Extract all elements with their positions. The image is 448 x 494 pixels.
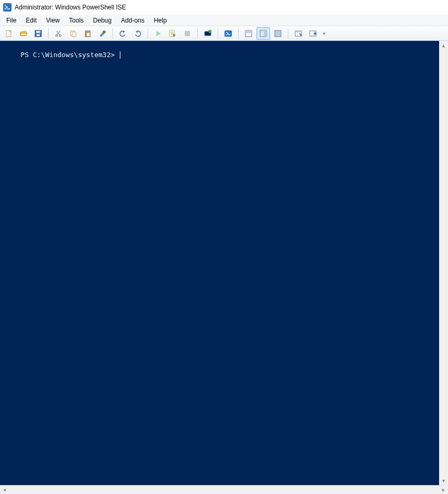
text-cursor — [120, 51, 120, 59]
menu-debug[interactable]: Debug — [89, 16, 116, 25]
show-command-window-button[interactable] — [292, 27, 305, 40]
menubar: File Edit View Tools Debug Add-ons Help — [0, 15, 448, 26]
clear-console-button[interactable] — [96, 27, 109, 40]
run-selection-icon — [169, 29, 177, 38]
layout-right-button[interactable] — [256, 27, 270, 40]
svg-rect-10 — [86, 30, 89, 32]
paste-icon — [84, 29, 92, 38]
run-script-button[interactable] — [151, 27, 165, 40]
toolbar-separator — [48, 28, 49, 39]
menu-help[interactable]: Help — [150, 16, 171, 25]
stop-icon — [183, 29, 192, 38]
save-button[interactable] — [31, 27, 45, 40]
redo-button[interactable] — [131, 27, 144, 40]
run-selection-button[interactable] — [166, 27, 180, 40]
new-icon — [5, 29, 13, 38]
svg-rect-11 — [86, 32, 90, 37]
undo-button[interactable] — [116, 27, 130, 40]
undo-icon — [119, 29, 127, 38]
clear-icon — [98, 29, 107, 38]
redo-icon — [133, 29, 142, 38]
powershell-icon — [224, 29, 232, 38]
toolbar-separator — [218, 28, 218, 39]
toolbar-overflow[interactable]: ▾ — [321, 27, 327, 40]
svg-rect-25 — [295, 31, 301, 32]
toolbar-separator — [288, 28, 288, 39]
show-command-window-icon — [294, 29, 303, 38]
layout-right-icon — [259, 29, 267, 38]
scroll-up-arrow[interactable]: ▲ — [439, 41, 448, 50]
console-pane[interactable]: PS C:\Windows\system32> ▲ ▼ — [0, 41, 448, 485]
horizontal-scrollbar[interactable]: ◄ ► — [0, 485, 448, 494]
menu-addons[interactable]: Add-ons — [117, 16, 149, 25]
scroll-right-arrow[interactable]: ► — [439, 487, 448, 492]
vertical-scrollbar[interactable]: ▲ ▼ — [439, 41, 448, 485]
show-command-addon-button[interactable] — [306, 27, 320, 40]
toolbar: ▾ — [0, 26, 448, 41]
open-icon — [19, 29, 28, 38]
layout-top-icon — [244, 29, 253, 38]
svg-rect-8 — [72, 32, 76, 37]
stop-button[interactable] — [181, 27, 194, 40]
layout-max-icon — [274, 29, 282, 38]
menu-view[interactable]: View — [42, 16, 64, 25]
new-remote-tab-button[interactable] — [201, 27, 215, 40]
menu-edit[interactable]: Edit — [21, 16, 41, 25]
layout-top-button[interactable] — [242, 27, 255, 40]
scroll-left-arrow[interactable]: ◄ — [0, 487, 9, 492]
svg-rect-23 — [275, 30, 281, 37]
start-powershell-button[interactable] — [221, 27, 235, 40]
scroll-down-arrow[interactable]: ▼ — [439, 476, 448, 485]
console-prompt: PS C:\Windows\system32> — [20, 51, 119, 59]
copy-icon — [69, 29, 77, 38]
svg-rect-22 — [264, 30, 266, 37]
console-wrap: PS C:\Windows\system32> ▲ ▼ ◄ ► — [0, 41, 448, 494]
cut-button[interactable] — [52, 27, 65, 40]
layout-max-button[interactable] — [271, 27, 285, 40]
toolbar-separator — [113, 28, 113, 39]
toolbar-separator — [148, 28, 148, 39]
open-button[interactable] — [17, 27, 30, 40]
new-button[interactable] — [2, 27, 16, 40]
svg-rect-4 — [37, 34, 40, 36]
cut-icon — [54, 29, 63, 38]
svg-rect-3 — [36, 31, 40, 33]
copy-button[interactable] — [66, 27, 80, 40]
menu-tools[interactable]: Tools — [65, 16, 88, 25]
titlebar: Administrator: Windows PowerShell ISE — [0, 0, 448, 15]
toolbar-separator — [197, 28, 198, 39]
svg-rect-14 — [185, 31, 190, 36]
powershell-ise-icon — [3, 3, 12, 12]
play-icon — [154, 29, 162, 38]
save-icon — [34, 29, 42, 38]
svg-rect-20 — [245, 30, 252, 33]
window-title: Administrator: Windows PowerShell ISE — [15, 4, 126, 11]
paste-button[interactable] — [81, 27, 95, 40]
menu-file[interactable]: File — [2, 16, 20, 25]
svg-point-17 — [208, 30, 211, 33]
show-command-addon-icon — [309, 29, 317, 38]
toolbar-separator — [238, 28, 239, 39]
remote-tab-icon — [204, 29, 212, 38]
